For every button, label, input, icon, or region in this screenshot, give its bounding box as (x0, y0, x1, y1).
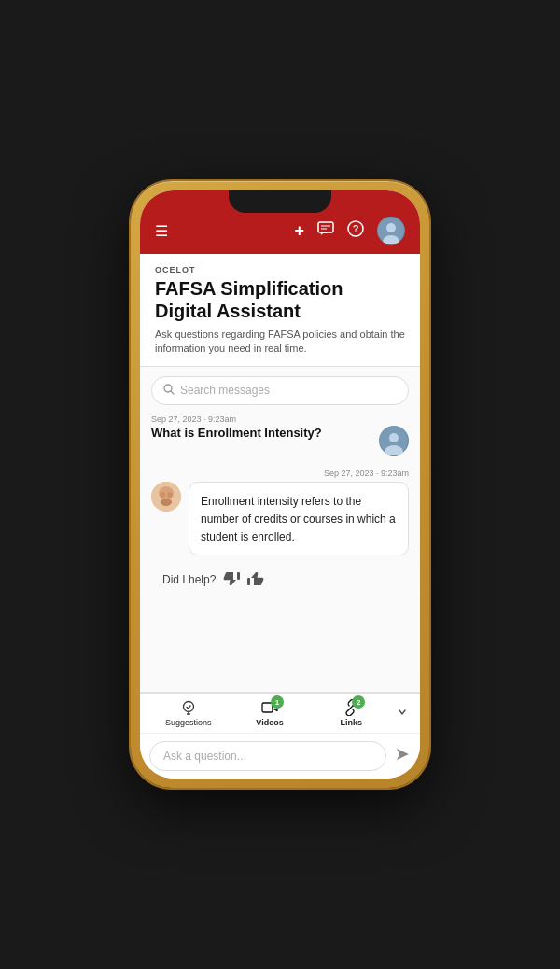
tab-videos[interactable]: 1 Videos (229, 699, 310, 727)
send-button[interactable] (394, 746, 411, 766)
tab-chevron[interactable] (392, 706, 413, 722)
tab-links-label: Links (341, 718, 363, 727)
svg-line-9 (171, 391, 174, 394)
help-icon[interactable]: ? (347, 220, 364, 241)
suggestions-icon (180, 699, 197, 716)
user-message-row: What is Enrollment Intensity? (151, 426, 409, 456)
brand-label: OCELOT (155, 265, 405, 274)
tab-links[interactable]: 2 Links (311, 699, 392, 727)
tab-suggestions[interactable]: Suggestions (147, 699, 229, 727)
videos-badge: 1 (271, 695, 284, 709)
title-area: OCELOT FAFSA Simplification Digital Assi… (140, 254, 420, 366)
bot-message-row: Enrollment intensity refers to the numbe… (151, 482, 409, 555)
page-title: FAFSA Simplification Digital Assistant (155, 277, 405, 322)
svg-point-16 (161, 499, 172, 506)
ask-placeholder: Ask a question... (163, 750, 372, 763)
svg-rect-19 (247, 578, 250, 585)
chat-icon[interactable] (317, 221, 334, 240)
svg-rect-18 (237, 572, 240, 580)
svg-point-6 (386, 223, 396, 232)
svg-text:?: ? (353, 223, 359, 234)
tab-videos-label: Videos (256, 718, 283, 727)
ask-input-wrap[interactable]: Ask a question... (149, 741, 386, 771)
user-message-avatar (379, 426, 409, 456)
feedback-label: Did I help? (162, 573, 216, 586)
tab-bar: Suggestions 1 Videos (140, 693, 420, 733)
suggestions-icon-wrap (180, 699, 197, 716)
header-right: + ? (294, 217, 405, 245)
user-message-text: What is Enrollment Intensity? (151, 426, 371, 440)
notch (229, 190, 331, 213)
header-left: ☰ (155, 222, 168, 240)
feedback-row: Did I help? (151, 563, 409, 594)
bot-message-bubble: Enrollment intensity refers to the numbe… (189, 482, 409, 555)
page-description: Ask questions regarding FAFSA policies a… (155, 328, 405, 357)
search-placeholder: Search messages (180, 384, 270, 397)
tab-suggestions-label: Suggestions (165, 718, 212, 727)
ask-bar: Ask a question... (140, 733, 420, 779)
phone-frame: ☰ + ? (131, 181, 429, 788)
thumbs-up-button[interactable] (247, 570, 264, 590)
chat-area: Search messages Sep 27, 2023 · 9:23am Wh… (140, 367, 420, 692)
svg-point-11 (389, 433, 399, 442)
links-icon-wrap: 2 (343, 699, 359, 716)
menu-icon[interactable]: ☰ (155, 222, 168, 240)
bot-message-timestamp: Sep 27, 2023 · 9:23am (324, 469, 409, 478)
svg-rect-0 (318, 222, 333, 232)
search-icon (163, 384, 175, 398)
bot-avatar (151, 482, 181, 512)
phone-screen: ☰ + ? (140, 190, 420, 779)
links-badge: 2 (352, 695, 365, 709)
add-icon[interactable]: + (294, 221, 304, 241)
bot-message-text: Enrollment intensity refers to the numbe… (201, 495, 396, 543)
thumbs-down-button[interactable] (223, 570, 240, 590)
search-bar[interactable]: Search messages (151, 376, 409, 405)
videos-icon-wrap: 1 (261, 699, 278, 716)
svg-point-20 (183, 702, 193, 712)
bot-message-timestamp-row: Sep 27, 2023 · 9:23am (151, 463, 409, 480)
user-message-timestamp: Sep 27, 2023 · 9:23am (151, 414, 409, 424)
user-avatar[interactable] (377, 217, 405, 245)
svg-point-17 (159, 486, 174, 499)
